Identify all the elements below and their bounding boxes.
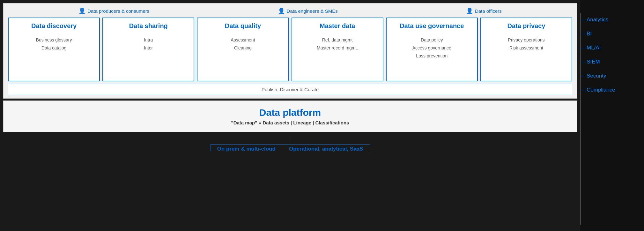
- sidebar-item-security[interactable]: Security: [580, 69, 644, 83]
- data-quality-title: Data quality: [225, 22, 261, 30]
- data-discovery-item-2: Data catalog: [36, 44, 72, 52]
- persona-officers-label: Data officers: [475, 8, 502, 14]
- data-sharing-box: Data sharing Intra Inter: [102, 18, 194, 81]
- data-use-governance-box: Data use governance Data policy Access g…: [386, 18, 478, 81]
- persona-engineers: 👤 Data engineers & SMEs: [278, 7, 338, 14]
- master-data-item-2: Master record mgmt.: [317, 44, 358, 52]
- data-use-governance-items: Data policy Access governance Loss preve…: [412, 36, 451, 60]
- data-privacy-box: Data privacy Privacy operations Risk ass…: [480, 18, 572, 81]
- publish-bar: Publish, Discover & Curate: [8, 84, 572, 95]
- data-platform-section: Data platform "Data map" = Data assets |…: [3, 101, 577, 132]
- data-quality-item-2: Cleaning: [231, 44, 255, 52]
- data-sharing-items: Intra Inter: [144, 36, 153, 52]
- data-use-governance-item-2: Access governance: [412, 44, 451, 52]
- bottom-section: On prem & multi-cloud Operational, analy…: [3, 134, 577, 155]
- persona-officers: 👤 Data officers: [466, 7, 502, 14]
- data-privacy-items: Privacy operations Risk assessment: [508, 36, 544, 52]
- sidebar-item-ml-ai[interactable]: ML/AI: [580, 41, 644, 55]
- data-quality-item-1: Assessment: [231, 36, 255, 44]
- data-sharing-item-2: Inter: [144, 44, 153, 52]
- connector-left-drop: [211, 144, 211, 151]
- main-content: 👤 Data producers & consumers 👤 Data engi…: [0, 0, 580, 231]
- person-icon-2: 👤: [278, 7, 285, 14]
- master-data-items: Ref. data mgmt Master record mgmt.: [317, 36, 358, 52]
- data-discovery-item-1: Business glossary: [36, 36, 72, 44]
- data-use-governance-item-3: Loss prevention: [412, 52, 451, 60]
- data-discovery-title: Data discovery: [31, 22, 77, 30]
- data-platform-subtitle: "Data map" = Data assets | Lineage | Cla…: [10, 120, 570, 125]
- right-sidebar: Analytics BI ML/AI SIEM Security Complia…: [580, 0, 644, 231]
- bottom-item-operational: Operational, analytical, SaaS: [289, 145, 363, 152]
- sidebar-item-analytics[interactable]: Analytics: [580, 13, 644, 27]
- person-icon: 👤: [78, 7, 85, 14]
- person-icon-3: 👤: [466, 7, 473, 14]
- capability-boxes-row: Data discovery Business glossary Data ca…: [8, 18, 572, 81]
- persona-producers: 👤 Data producers & consumers: [78, 7, 149, 14]
- personas-row: 👤 Data producers & consumers 👤 Data engi…: [8, 7, 572, 14]
- top-governance-section: 👤 Data producers & consumers 👤 Data engi…: [3, 3, 577, 99]
- data-quality-box: Data quality Assessment Cleaning: [197, 18, 289, 81]
- sidebar-item-compliance[interactable]: Compliance: [580, 83, 644, 97]
- data-sharing-title: Data sharing: [129, 22, 168, 30]
- sidebar-item-siem[interactable]: SIEM: [580, 55, 644, 69]
- master-data-title: Master data: [320, 22, 355, 30]
- persona-engineers-label: Data engineers & SMEs: [287, 8, 338, 14]
- connector-right-drop: [370, 144, 370, 151]
- data-privacy-item-1: Privacy operations: [508, 36, 544, 44]
- data-discovery-items: Business glossary Data catalog: [36, 36, 72, 52]
- data-discovery-box: Data discovery Business glossary Data ca…: [8, 18, 100, 81]
- bottom-items-row: On prem & multi-cloud Operational, analy…: [211, 145, 370, 152]
- data-use-governance-item-1: Data policy: [412, 36, 451, 44]
- persona-producers-label: Data producers & consumers: [87, 8, 149, 14]
- bottom-line-container: On prem & multi-cloud Operational, analy…: [195, 137, 386, 152]
- data-privacy-item-2: Risk assessment: [508, 44, 544, 52]
- data-quality-items: Assessment Cleaning: [231, 36, 255, 52]
- data-privacy-title: Data privacy: [507, 22, 545, 30]
- connector-horizontal: [211, 144, 370, 145]
- data-platform-title: Data platform: [10, 107, 570, 118]
- sidebar-items-list: Analytics BI ML/AI SIEM Security Complia…: [580, 0, 644, 97]
- connector-vertical-top: [290, 137, 290, 144]
- data-use-governance-title: Data use governance: [400, 22, 464, 30]
- on-prem-label: On prem & multi-cloud: [217, 146, 276, 152]
- master-data-item-1: Ref. data mgmt: [317, 36, 358, 44]
- bottom-item-on-prem: On prem & multi-cloud: [217, 145, 276, 152]
- operational-label: Operational, analytical, SaaS: [289, 146, 363, 152]
- sidebar-item-bi[interactable]: BI: [580, 27, 644, 41]
- data-sharing-item-1: Intra: [144, 36, 153, 44]
- master-data-box: Master data Ref. data mgmt Master record…: [292, 18, 383, 81]
